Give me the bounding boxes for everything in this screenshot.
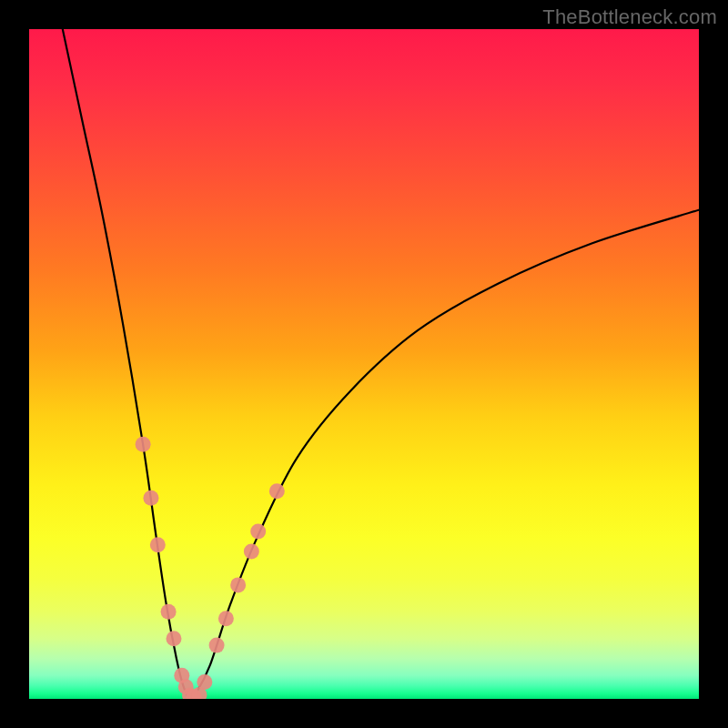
chart-frame: TheBottleneck.com [0,0,728,728]
plot-area [29,29,699,699]
data-point [136,437,151,452]
data-point [269,483,285,499]
data-point [250,524,266,540]
watermark-text: TheBottleneck.com [542,5,717,29]
data-point [230,577,246,592]
data-point [166,631,181,646]
data-point [143,490,158,506]
curve-layer [29,29,699,699]
bottleneck-curve [63,29,699,699]
data-point [218,611,234,626]
data-point [150,537,166,552]
data-point [161,604,177,620]
marker-group [136,437,285,699]
data-point [244,544,259,560]
data-point [209,638,225,653]
data-point [197,674,212,690]
